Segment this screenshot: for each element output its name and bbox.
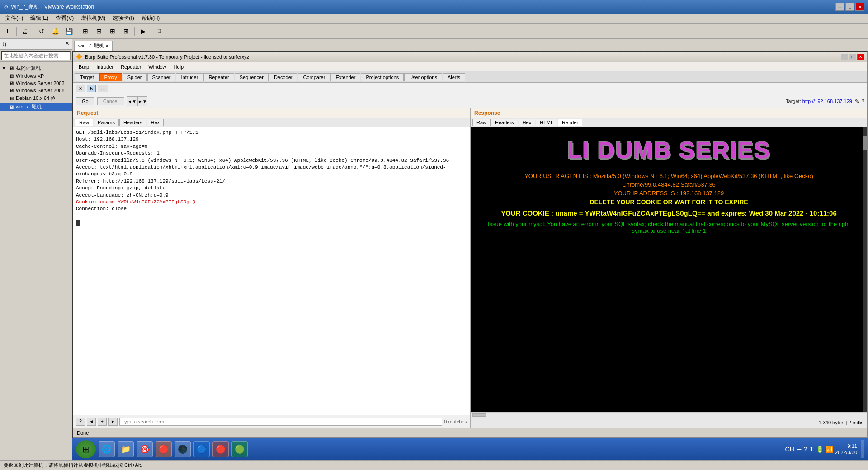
taskbar-app8[interactable]: 🟢 <box>231 441 248 457</box>
burp-minimize-button[interactable]: ─ <box>841 54 848 60</box>
request-content[interactable]: GET /sqli-labs/Less-21/index.php HTTP/1.… <box>73 127 470 415</box>
target-label: Target: http://192.168.137.129 <box>786 99 852 104</box>
request-panel: Request Raw Params Headers Hex GET /sqli… <box>73 108 471 428</box>
go-button[interactable]: Go <box>76 97 94 105</box>
toolbar-window2[interactable]: ⊞ <box>93 25 105 37</box>
toolbar-window3[interactable]: ⊞ <box>106 25 119 37</box>
burp-tab-target[interactable]: Target <box>75 73 99 81</box>
burp-tab-scanner[interactable]: Scanner <box>147 73 176 81</box>
taskbar-chrome[interactable]: 🌑 <box>175 441 191 457</box>
req-line-1: GET /sqli-labs/Less-21/index.php HTTP/1.… <box>76 129 467 136</box>
menu-edit[interactable]: 编辑(E) <box>27 14 52 23</box>
sidebar-item-winserver2003[interactable]: 🖥 Windows Server 2003 <box>0 80 72 87</box>
nav-prev-button[interactable]: ◄▼ <box>127 96 137 106</box>
request-tab-hex[interactable]: Hex <box>147 119 164 126</box>
repeater-tab-5[interactable]: 5 <box>87 85 96 92</box>
taskbar-ie[interactable]: 🌐 <box>99 441 115 457</box>
target-url[interactable]: http://192.168.137.129 <box>802 99 852 104</box>
cancel-button[interactable]: Cancel <box>97 97 124 105</box>
toolbar-window4[interactable]: ⊞ <box>120 25 132 37</box>
help-target-icon[interactable]: ? <box>862 99 864 104</box>
response-hscrollbar[interactable] <box>471 412 867 417</box>
burp-tab-intruder[interactable]: Intruder <box>176 73 203 81</box>
toolbar-power[interactable]: ⏸ <box>2 25 14 37</box>
toolbar-display[interactable]: 🖥 <box>153 25 166 37</box>
burp-close-button[interactable]: ✕ <box>857 54 864 60</box>
request-tab-raw[interactable]: Raw <box>75 119 93 126</box>
taskbar-explorer[interactable]: 📁 <box>118 441 134 457</box>
request-tab-params[interactable]: Params <box>94 119 119 126</box>
menu-vm[interactable]: 虚拟机(M) <box>77 14 109 23</box>
menu-file[interactable]: 文件(F) <box>2 14 27 23</box>
burp-menu-window[interactable]: Window <box>145 64 170 70</box>
repeater-tab-more[interactable]: ... <box>98 85 108 92</box>
vm-bottom-bar: 要返回到此计算机，请将鼠标指针从虚拟机中移出或按 Ctrl+Alt。 <box>0 460 868 470</box>
vm-tab-win7[interactable]: win_7_靶机 × <box>74 41 113 51</box>
burp-tab-sequencer[interactable]: Sequencer <box>235 73 269 81</box>
response-tab-headers[interactable]: Headers <box>491 119 518 126</box>
burp-menu-help[interactable]: Help <box>170 64 188 70</box>
close-button[interactable]: ✕ <box>855 3 864 11</box>
search-help-btn[interactable]: ? <box>76 418 85 426</box>
burp-tab-comparer[interactable]: Comparer <box>298 73 330 81</box>
toolbar-save[interactable]: 💾 <box>62 25 75 37</box>
minimize-button[interactable]: ─ <box>835 3 844 11</box>
taskbar-tray: CH ☰ ? ⬆ 🔋 📶 9:11 2022/3/30 <box>785 440 864 458</box>
response-tab-html[interactable]: HTML <box>536 119 557 126</box>
sidebar-search-input[interactable] <box>1 51 71 60</box>
burp-menu-repeater[interactable]: Repeater <box>117 64 145 70</box>
sidebar-item-win7[interactable]: 🖥 win_7_靶机 <box>0 103 72 111</box>
sidebar-item-winxp[interactable]: 🖥 Windows XP <box>0 72 72 80</box>
close-sidebar-icon[interactable]: ✕ <box>65 41 69 47</box>
vm-tab-close-icon[interactable]: × <box>106 43 108 48</box>
response-hscroll-thumb[interactable] <box>472 413 486 417</box>
response-scrollbar[interactable] <box>863 127 867 412</box>
menu-view[interactable]: 查看(V) <box>52 14 77 23</box>
burp-maximize-button[interactable]: □ <box>849 54 856 60</box>
burp-menu-intruder[interactable]: Intruder <box>93 64 117 70</box>
burp-tab-extender[interactable]: Extender <box>330 73 360 81</box>
taskbar-app7[interactable]: 🔴 <box>212 441 229 457</box>
toolbar-print[interactable]: 🖨 <box>19 25 31 37</box>
response-tab-render[interactable]: Render <box>558 119 582 126</box>
burp-tab-user-options[interactable]: User options <box>404 73 442 81</box>
response-scrollbar-thumb[interactable] <box>863 136 867 150</box>
search-next-btn[interactable]: ► <box>108 418 118 426</box>
toolbar-alert[interactable]: 🔔 <box>49 25 61 37</box>
search-prev-btn[interactable]: ◄ <box>87 418 96 426</box>
burp-main-tabs: Target Proxy Spider Scanner Intruder Rep… <box>73 71 867 83</box>
req-cursor[interactable] <box>76 220 467 226</box>
burp-tab-repeater[interactable]: Repeater <box>203 73 234 81</box>
edit-target-icon[interactable]: ✎ <box>855 99 859 104</box>
menu-help[interactable]: 帮助(H) <box>138 14 164 23</box>
maximize-button[interactable]: □ <box>845 3 854 11</box>
nav-next-button[interactable]: ►▼ <box>137 96 147 106</box>
search-add-btn[interactable]: + <box>98 418 107 426</box>
sidebar-item-mycomputer[interactable]: ▼ 🖥 我的计算机 <box>0 64 72 72</box>
sidebar-item-debian[interactable]: 🖥 Debian 10.x 64 位 <box>0 94 72 103</box>
burp-tab-alerts[interactable]: Alerts <box>443 73 465 81</box>
toolbar-cmd[interactable]: ▶ <box>137 25 149 37</box>
vm-tab-bar: win_7_靶机 × <box>72 39 868 51</box>
burp-tab-proxy[interactable]: Proxy <box>99 73 122 81</box>
repeater-tab-3[interactable]: 3 <box>76 85 85 92</box>
burp-tab-decoder[interactable]: Decoder <box>269 73 298 81</box>
taskbar-app4[interactable]: 🔴 <box>156 441 172 457</box>
taskbar-app3[interactable]: 🎯 <box>137 441 153 457</box>
req-line-6: Accept: text/html,application/xhtml+xml,… <box>76 164 467 178</box>
request-tab-headers[interactable]: Headers <box>119 119 146 126</box>
toolbar-window1[interactable]: ⊞ <box>79 25 92 37</box>
search-input[interactable] <box>119 418 442 426</box>
response-tab-hex[interactable]: Hex <box>519 119 536 126</box>
show-desktop-button[interactable] <box>861 440 864 458</box>
burp-menu-burp[interactable]: Burp <box>75 64 93 70</box>
burp-tab-spider[interactable]: Spider <box>123 73 147 81</box>
toolbar-back[interactable]: ↺ <box>35 25 48 37</box>
response-tab-raw[interactable]: Raw <box>472 119 491 126</box>
taskbar-app6[interactable]: 🔵 <box>193 441 210 457</box>
sidebar-item-winserver2008[interactable]: 🖥 Windows Server 2008 <box>0 87 72 94</box>
menu-tabs[interactable]: 选项卡(I) <box>109 14 137 23</box>
burp-tab-project-options[interactable]: Project options <box>361 73 404 81</box>
main-content: 库 ✕ ▼ 🖥 我的计算机 🖥 Windows XP 🖥 <box>0 39 868 460</box>
start-button[interactable]: ⊞ <box>76 440 96 458</box>
